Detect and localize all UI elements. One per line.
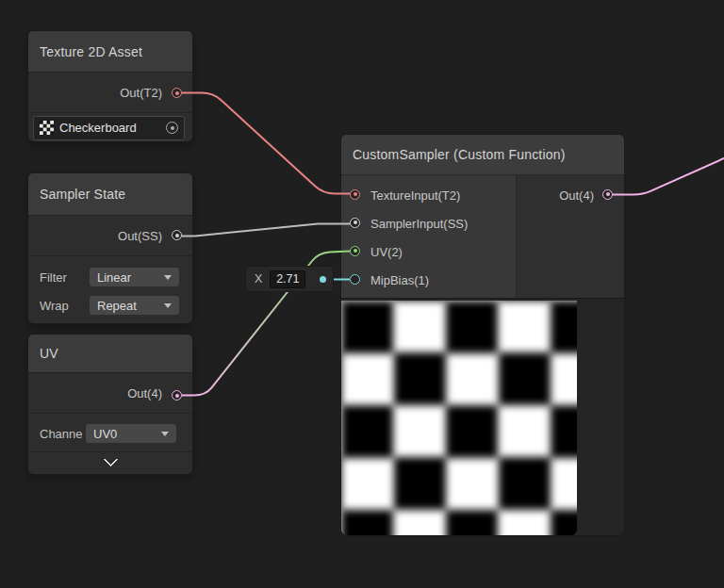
output-port-row: Out(T2) <box>28 72 192 112</box>
channel-label: Channe <box>40 427 86 441</box>
checkerboard-preview <box>341 301 577 535</box>
inline-port-dot[interactable] <box>320 276 326 283</box>
port-label-sampler-input: SamplerInput(SS) <box>370 217 468 231</box>
node-title: UV <box>40 346 58 361</box>
port-dot <box>175 394 179 398</box>
node-sampler-state[interactable]: Sampler State Out(SS) Filter Linear Wrap… <box>28 173 192 323</box>
chevron-down-icon <box>164 303 172 308</box>
channel-dropdown[interactable]: UV0 <box>86 424 176 443</box>
mipbias-inline-float-field: X <box>246 267 333 291</box>
input-ports-section: TextureInput(T2) SamplerInput(SS) UV(2) … <box>341 174 516 299</box>
channel-value: UV0 <box>93 427 117 441</box>
object-picker-icon[interactable] <box>166 122 178 134</box>
edge-texture-to-textureinput[interactable] <box>182 93 350 194</box>
filter-dropdown[interactable]: Linear <box>90 268 179 286</box>
port-dot <box>175 91 179 95</box>
node-title: CustomSampler (Custom Function) <box>353 147 566 162</box>
port-texture-input[interactable] <box>350 189 360 200</box>
port-label-out-t2: Out(T2) <box>120 86 162 100</box>
port-label-out-4: Out(4) <box>559 188 594 203</box>
chevron-down-icon <box>164 275 172 280</box>
shader-graph-canvas[interactable]: Texture 2D Asset Out(T2) Checkerboard Sa… <box>0 0 724 588</box>
port-dot <box>354 249 357 253</box>
chevron-down-icon <box>103 452 118 467</box>
node-title-bar[interactable]: CustomSampler (Custom Function) <box>341 135 624 174</box>
wrap-label: Wrap <box>40 299 90 313</box>
port-label-uv: UV(2) <box>370 245 403 259</box>
input-port-row: MipBias(1) <box>341 266 516 294</box>
x-component-label: X <box>255 272 262 286</box>
port-dot <box>354 220 357 224</box>
texture-field-row: Checkerboard <box>28 112 192 140</box>
wrap-value: Repeat <box>97 299 137 313</box>
port-out-t2[interactable] <box>172 88 182 98</box>
port-out-4[interactable] <box>602 189 613 200</box>
node-title-bar[interactable]: Sampler State <box>28 173 192 215</box>
node-controls: Filter Linear Wrap Repeat <box>28 255 192 326</box>
input-port-row: UV(2) <box>341 237 516 266</box>
filter-value: Linear <box>97 270 131 285</box>
node-title-bar[interactable]: Texture 2D Asset <box>28 31 192 72</box>
node-texture-2d-asset[interactable]: Texture 2D Asset Out(T2) Checkerboard <box>28 31 192 141</box>
port-sampler-input[interactable] <box>350 218 360 228</box>
port-out-4[interactable] <box>172 390 182 400</box>
port-label-texture-input: TextureInput(T2) <box>370 188 460 203</box>
node-custom-sampler[interactable]: CustomSampler (Custom Function) TextureI… <box>341 135 624 535</box>
output-port-row: Out(SS) <box>28 215 192 255</box>
output-port-row: Out(4) <box>28 372 192 413</box>
edge-samplerstate-to-samplerinput[interactable] <box>182 224 350 237</box>
port-dot <box>175 234 179 237</box>
input-port-row: TextureInput(T2) <box>341 181 516 209</box>
port-dot <box>354 192 357 196</box>
port-mipbias-input[interactable] <box>350 274 360 285</box>
checkerboard-preview-image <box>341 301 577 535</box>
texture-name: Checkerboard <box>59 121 160 135</box>
filter-label: Filter <box>40 270 90 285</box>
edge-out4-to-offscreen[interactable] <box>613 158 724 195</box>
port-label-mipbias: MipBias(1) <box>370 273 429 287</box>
wrap-row: Wrap Repeat <box>28 296 192 315</box>
input-port-row: SamplerInput(SS) <box>341 209 516 237</box>
mipbias-value-input[interactable] <box>270 270 305 288</box>
wrap-dropdown[interactable]: Repeat <box>90 296 179 315</box>
filter-row: Filter Linear <box>28 268 192 286</box>
node-title-bar[interactable]: UV <box>28 335 192 372</box>
node-uv[interactable]: UV Out(4) Channe UV0 <box>28 335 192 474</box>
texture-object-field[interactable]: Checkerboard <box>33 116 185 140</box>
port-out-ss[interactable] <box>172 230 182 240</box>
node-title: Texture 2D Asset <box>40 44 142 59</box>
port-uv-input[interactable] <box>350 246 360 256</box>
port-label-out-ss: Out(SS) <box>118 229 162 243</box>
expand-ports-button[interactable] <box>28 451 192 472</box>
checkerboard-texture-icon <box>40 121 54 135</box>
channel-row: Channe UV0 <box>28 413 192 451</box>
port-dot <box>606 192 610 196</box>
node-title: Sampler State <box>40 187 125 202</box>
chevron-down-icon <box>161 432 169 436</box>
port-label-out-4: Out(4) <box>127 386 162 400</box>
